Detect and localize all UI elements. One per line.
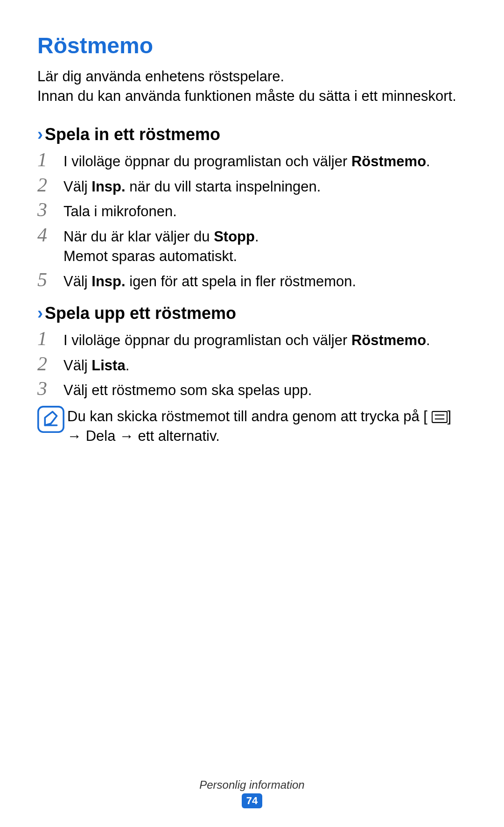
footer-label: Personlig information — [0, 778, 504, 792]
step-item: 3Tala i mikrofonen. — [37, 199, 467, 221]
chevron-icon: › — [37, 125, 43, 144]
chevron-icon: › — [37, 304, 43, 323]
step-text: Tala i mikrofonen. — [63, 199, 177, 221]
step-item: 1I viloläge öppnar du programlistan och … — [37, 328, 467, 350]
note-icon — [37, 406, 64, 433]
step-item: 2Välj Insp. när du vill starta inspelnin… — [37, 174, 467, 197]
svg-rect-2 — [432, 411, 447, 423]
step-number: 4 — [37, 224, 63, 245]
section-title-text: Spela in ett röstmemo — [45, 125, 220, 144]
step-text: I viloläge öppnar du programlistan och v… — [63, 149, 430, 171]
section-heading: ›Spela upp ett röstmemo — [37, 304, 467, 323]
note: Du kan skicka röstmemot till andra genom… — [37, 406, 467, 446]
step-text: Välj Lista. — [63, 353, 129, 375]
step-item: 5Välj Insp. igen för att spela in fler r… — [37, 269, 467, 291]
manual-page: Röstmemo Lär dig använda enhetens röstsp… — [0, 0, 504, 446]
step-text: När du är klar väljer du Stopp.Memot spa… — [63, 224, 259, 266]
svg-rect-0 — [38, 407, 63, 432]
step-item: 1I viloläge öppnar du programlistan och … — [37, 149, 467, 171]
note-text: Du kan skicka röstmemot till andra genom… — [67, 406, 467, 446]
page-footer: Personlig information 74 — [0, 778, 504, 808]
step-number: 3 — [37, 199, 63, 219]
step-text: Välj Insp. igen för att spela in fler rö… — [63, 269, 356, 291]
step-item: 3Välj ett röstmemo som ska spelas upp. — [37, 378, 467, 400]
menu-icon — [427, 408, 448, 424]
step-item: 2Välj Lista. — [37, 353, 467, 375]
step-number: 3 — [37, 378, 63, 398]
step-item: 4När du är klar väljer du Stopp.Memot sp… — [37, 224, 467, 266]
step-number: 2 — [37, 353, 63, 374]
step-number: 5 — [37, 269, 63, 290]
section: ›Spela in ett röstmemo1I viloläge öppnar… — [37, 125, 467, 291]
page-number: 74 — [242, 793, 262, 808]
section: ›Spela upp ett röstmemo1I viloläge öppna… — [37, 304, 467, 446]
step-number: 2 — [37, 174, 63, 195]
step-text: I viloläge öppnar du programlistan och v… — [63, 328, 430, 350]
step-number: 1 — [37, 149, 63, 170]
step-text: Välj ett röstmemo som ska spelas upp. — [63, 378, 312, 400]
step-list: 1I viloläge öppnar du programlistan och … — [37, 328, 467, 401]
step-number: 1 — [37, 328, 63, 348]
section-heading: ›Spela in ett röstmemo — [37, 125, 467, 144]
section-title-text: Spela upp ett röstmemo — [45, 304, 236, 323]
step-list: 1I viloläge öppnar du programlistan och … — [37, 149, 467, 291]
page-title: Röstmemo — [37, 33, 467, 58]
lead-paragraph: Lär dig använda enhetens röstspelare.Inn… — [37, 67, 467, 106]
step-text: Välj Insp. när du vill starta inspelning… — [63, 174, 321, 197]
